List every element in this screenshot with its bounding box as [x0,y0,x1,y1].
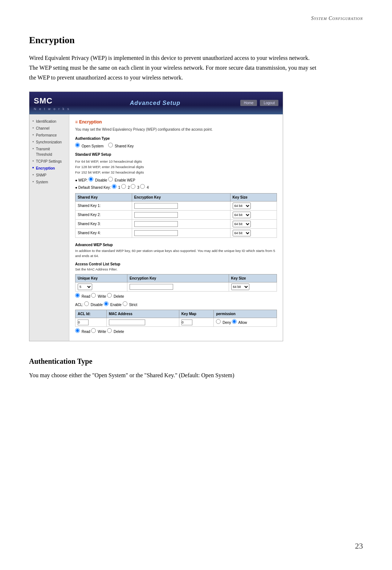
read-radio[interactable] [75,293,80,298]
acl-enable-radio[interactable] [104,301,109,306]
wep-enable-radio[interactable] [108,177,113,182]
read2-radio[interactable] [75,328,80,333]
acl-id-input[interactable] [78,319,89,325]
read2-label[interactable]: Read [75,330,90,334]
shared-key-2-size[interactable]: 64 bit128 bit152 bit [233,212,251,218]
acl-enable-label[interactable]: Enable [104,303,122,307]
table-row: Shared Key 2: 64 bit128 bit152 bit [75,210,277,219]
acl-setup-title: Access Control List Setup [75,261,277,267]
key2-radio[interactable] [121,184,126,189]
unique-enc-key-input[interactable] [130,284,173,290]
col-encryption-key: Encryption Key [132,193,230,201]
auth-shared-label[interactable]: Shared Key [108,144,134,148]
shared-key-2-size-cell: 64 bit128 bit152 bit [230,210,277,219]
advanced-wep-section: Advanced WEP Setup In addition to the st… [75,242,277,335]
rwd-row: Read Write Delete [75,293,277,299]
router-ui: SMC N e t w o r k s Advanced Setup Home … [29,91,283,342]
shared-key-4-input[interactable] [134,230,178,236]
home-button[interactable]: Home [240,100,257,106]
logout-button[interactable]: Logout [260,100,278,106]
wep-instr-1: For 64 bit WEP, enter 10 hexadecimal dig… [75,159,277,164]
acl-disable-label[interactable]: Disable [84,303,103,307]
default-key-row: ● Default Shared Key: 1 2 3 4 [75,184,277,190]
auth-open-label[interactable]: Open System [75,144,105,148]
write-label[interactable]: Write [91,294,106,298]
smc-networks: N e t w o r k s [34,107,70,112]
read-label[interactable]: Read [75,294,90,298]
nav-snmp[interactable]: SNMP [32,172,66,179]
nav-performance[interactable]: Performance [32,132,66,139]
col-unique-key: Unique Key [75,274,127,282]
main-content: Encryption You may set the Wired Equival… [69,114,283,341]
col-key-map: Key Map [179,310,214,318]
shared-key-2-input[interactable] [134,212,178,218]
shared-key-3-input[interactable] [134,221,178,227]
write2-radio[interactable] [91,328,96,333]
nav-channel[interactable]: Channel [32,125,66,132]
auth-shared-radio[interactable] [108,143,113,147]
acl-disable-radio[interactable] [84,301,89,306]
acl-mac-table: ACL Id: MAC Address Key Map permission [75,310,277,327]
delete2-radio[interactable] [107,328,112,333]
key-map-input[interactable] [181,319,192,325]
router-body: Identification Channel Performance Synch… [29,114,283,341]
key4-label[interactable]: 4 [140,186,148,190]
shared-key-2-input-cell [132,210,230,219]
deny-label[interactable]: Deny [216,321,231,325]
unique-key-table: Unique Key Encryption Key Key Size 567 [75,274,277,292]
allow-radio[interactable] [232,319,237,324]
shared-key-4-size-cell: 64 bit128 bit152 bit [230,228,277,237]
shared-key-4-label: Shared Key 4: [75,228,132,237]
acl-label: ACL: [75,303,83,307]
write-radio[interactable] [91,293,96,298]
acl-strict-radio[interactable] [123,301,127,306]
shared-key-3-size-cell: 64 bit128 bit152 bit [230,219,277,228]
deny-radio[interactable] [216,319,221,324]
write2-label[interactable]: Write [91,330,106,334]
page-title: Encryption [29,33,363,47]
delete2-label[interactable]: Delete [107,330,124,334]
smc-logo: SMC N e t w o r k s [34,95,70,112]
key1-label[interactable]: 1 [112,186,120,190]
key3-radio[interactable] [131,184,135,189]
key1-radio[interactable] [112,184,117,189]
key3-label[interactable]: 3 [131,186,139,190]
nav-synchronization[interactable]: Synchronization [32,139,66,146]
key2-label[interactable]: 2 [121,186,130,190]
shared-key-1-size-cell: 64 bit128 bit152 bit [230,201,277,210]
delete-label[interactable]: Delete [107,294,124,298]
rwd2-row: Read Write Delete [75,328,277,334]
shared-key-4-size[interactable]: 64 bit128 bit152 bit [233,230,251,236]
wep-disable-radio[interactable] [89,177,93,182]
header-buttons: Home Logout [240,100,278,106]
smc-brand: SMC [34,95,70,107]
wep-instructions: For 64 bit WEP, enter 10 hexadecimal dig… [75,159,277,175]
advanced-wep-title: Advanced WEP Setup [75,242,277,248]
nav-identification[interactable]: Identification [32,118,66,125]
wep-enable-label[interactable]: Enable WEP [108,178,135,182]
unique-key-select[interactable]: 567 [78,284,92,290]
auth-open-radio[interactable] [75,143,80,147]
delete-radio[interactable] [107,293,112,298]
nav-encryption[interactable]: Encryption [32,165,66,172]
standard-wep-heading: Standard WEP Setup [75,152,277,157]
unique-key-size-select[interactable]: 64 bit128 bit [231,284,249,290]
encryption-section-title: Encryption [75,119,277,125]
auth-type-heading: Authentication Type [75,136,277,141]
shared-key-3-size[interactable]: 64 bit128 bit152 bit [233,221,251,227]
nav-transmit-threshold[interactable]: Transmit Threshold [32,146,66,158]
col-mac-address: MAC Address [106,310,179,318]
page: System Configuration Encryption Wired Eq… [0,0,392,570]
acl-strict-label[interactable]: Strict [123,303,138,307]
shared-key-1-input[interactable] [134,203,178,209]
shared-key-1-size[interactable]: 64 bit128 bit152 bit [233,203,251,209]
mac-address-input[interactable] [109,319,145,325]
wep-enable-row: ● WEP: Disable Enable WEP [75,177,277,183]
page-number: 23 [355,540,363,552]
nav-tcpip-settings[interactable]: TCP/IP Settings [32,158,66,165]
allow-label[interactable]: Allow [232,321,247,325]
router-header: SMC N e t w o r k s Advanced Setup Home … [29,92,283,115]
key4-radio[interactable] [140,184,145,189]
nav-system[interactable]: System [32,179,66,186]
wep-disable-label[interactable]: Disable [89,178,108,182]
